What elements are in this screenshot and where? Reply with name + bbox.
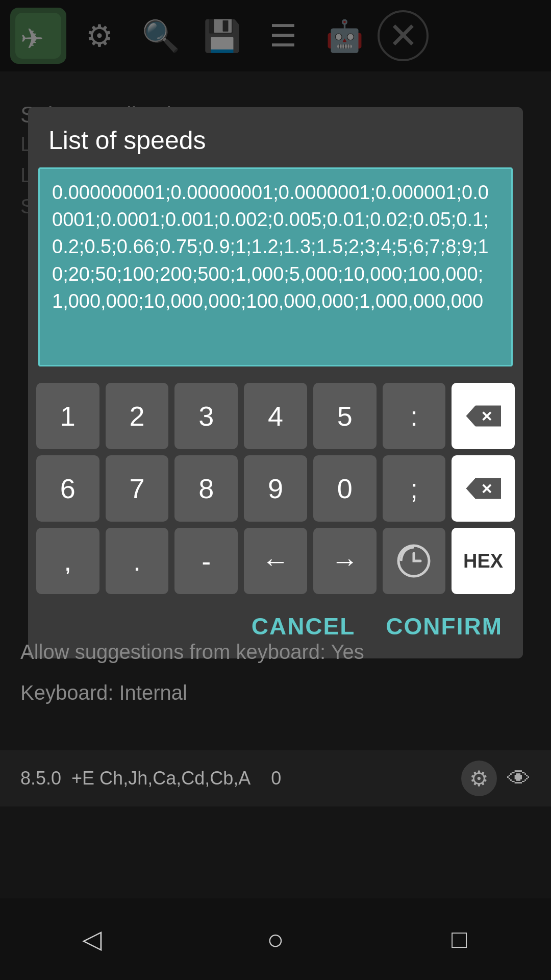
key-3[interactable]: 3 bbox=[174, 383, 238, 449]
keyboard: 1 2 3 4 5 : ✕ 6 7 8 9 0 ; bbox=[28, 375, 523, 594]
gear-icon[interactable]: ⚙ bbox=[461, 761, 497, 796]
dialog-header: List of speeds bbox=[28, 107, 523, 167]
key-minus[interactable]: - bbox=[174, 528, 238, 594]
key-colon[interactable]: : bbox=[383, 383, 446, 449]
bottom-nav: ◁ ○ □ bbox=[0, 898, 551, 980]
key-left[interactable]: ← bbox=[244, 528, 307, 594]
key-9[interactable]: 9 bbox=[244, 455, 307, 522]
dialog: List of speeds 1 2 3 4 5 : ✕ bbox=[28, 107, 523, 658]
svg-text:✕: ✕ bbox=[481, 409, 492, 425]
key-7[interactable]: 7 bbox=[106, 455, 169, 522]
key-1[interactable]: 1 bbox=[36, 383, 99, 449]
confirm-button[interactable]: CONFIRM bbox=[386, 612, 503, 640]
status-bar: 8.5.0 +E Ch,Jh,Ca,Cd,Cb,A 0 ⚙ 👁 bbox=[0, 750, 551, 806]
version-text: 8.5.0 bbox=[20, 768, 61, 789]
key-6[interactable]: 6 bbox=[36, 455, 99, 522]
text-input-area[interactable] bbox=[38, 167, 513, 366]
key-comma[interactable]: , bbox=[36, 528, 99, 594]
allow-suggestions-label: Allow suggestions from keyboard: Yes bbox=[20, 641, 364, 664]
recent-button[interactable]: □ bbox=[429, 919, 490, 960]
svg-text:✕: ✕ bbox=[481, 481, 492, 497]
key-5[interactable]: 5 bbox=[313, 383, 377, 449]
speeds-text-input[interactable] bbox=[52, 179, 499, 353]
keyboard-row-3: , . - ← → HEX bbox=[36, 528, 515, 594]
key-0[interactable]: 0 bbox=[313, 455, 377, 522]
keyboard-internal-label: Keyboard: Internal bbox=[20, 681, 187, 704]
status-num: 0 bbox=[271, 768, 281, 789]
keyboard-row-2: 6 7 8 9 0 ; ✕ bbox=[36, 455, 515, 522]
cancel-button[interactable]: CANCEL bbox=[252, 612, 356, 640]
key-backspace-1[interactable]: ✕ bbox=[452, 383, 515, 449]
key-history[interactable] bbox=[383, 528, 446, 594]
home-button[interactable]: ○ bbox=[245, 919, 306, 960]
keyboard-row-1: 1 2 3 4 5 : ✕ bbox=[36, 383, 515, 449]
dialog-title: List of speeds bbox=[48, 126, 503, 155]
key-backspace-2[interactable]: ✕ bbox=[452, 455, 515, 522]
key-right[interactable]: → bbox=[313, 528, 377, 594]
dialog-overlay: List of speeds 1 2 3 4 5 : ✕ bbox=[0, 0, 551, 980]
key-2[interactable]: 2 bbox=[106, 383, 169, 449]
eye-icon[interactable]: 👁 bbox=[507, 765, 531, 792]
key-dot[interactable]: . bbox=[106, 528, 169, 594]
back-button[interactable]: ◁ bbox=[61, 919, 122, 960]
key-semicolon[interactable]: ; bbox=[383, 455, 446, 522]
key-8[interactable]: 8 bbox=[174, 455, 238, 522]
key-4[interactable]: 4 bbox=[244, 383, 307, 449]
key-hex[interactable]: HEX bbox=[452, 528, 515, 594]
extra-text: +E Ch,Jh,Ca,Cd,Cb,A bbox=[71, 768, 251, 789]
